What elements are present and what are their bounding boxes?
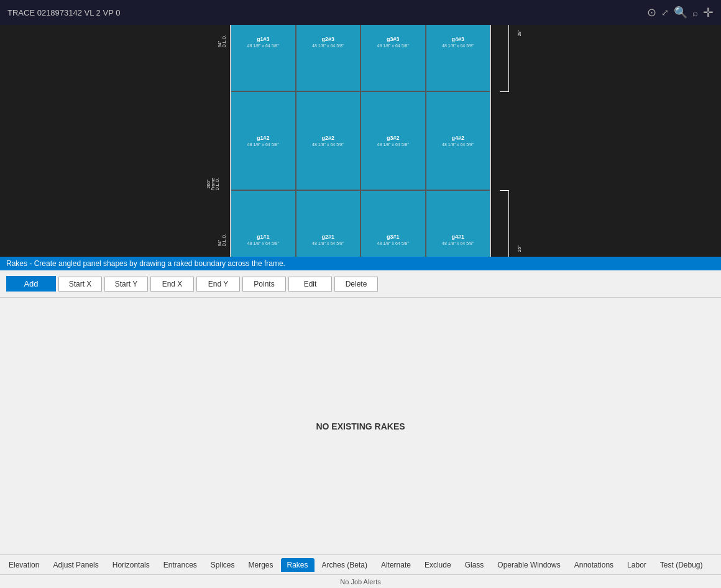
start-x-header: Start X <box>58 277 102 292</box>
right-bracket-bottom <box>500 190 509 257</box>
panel-g4-1[interactable]: g4#1 48 1/8" x 64 5/8" <box>426 190 491 257</box>
left-row-label-1: 64"D.L.O. <box>199 191 229 257</box>
canvas-area: TRACE 0218973142 VL 2 VP 0 ⊙ ⤢ 🔍 ⌕ ✛ 200… <box>0 0 721 257</box>
tab-adjust-panels[interactable]: Adjust Panels <box>47 558 104 572</box>
toolbar-area: Add Start X Start Y End X End Y Points E… <box>0 270 721 298</box>
drawing-container: 200" Frame 47 1/2"D.L.O. 47 1/2"D.L.O. 4… <box>0 25 721 257</box>
trace-title: TRACE 0218973142 VL 2 VP 0 <box>7 8 120 17</box>
panel-g1-1[interactable]: g1#1 48 1/8" x 64 5/8" <box>231 190 296 257</box>
drawing: 200" Frame 47 1/2"D.L.O. 47 1/2"D.L.O. 4… <box>199 0 522 257</box>
panel-g2-1[interactable]: g2#1 48 1/8" x 64 5/8" <box>296 190 361 257</box>
tab-elevation[interactable]: Elevation <box>2 558 45 572</box>
delete-header: Delete <box>334 277 378 292</box>
header-bar: TRACE 0218973142 VL 2 VP 0 ⊙ ⤢ 🔍 ⌕ ✛ <box>0 0 721 25</box>
tab-entrances[interactable]: Entrances <box>157 558 203 572</box>
tab-operable-windows[interactable]: Operable Windows <box>491 558 566 572</box>
tab-horizontals[interactable]: Horizontals <box>106 558 156 572</box>
start-y-header: Start Y <box>104 277 148 292</box>
header-icons: ⊙ ⤢ 🔍 ⌕ ✛ <box>647 5 714 20</box>
search-icon[interactable]: ⌕ <box>692 7 698 18</box>
status-bar: No Job Alerts <box>0 574 721 588</box>
info-bar-text: Rakes - Create angled panel shapes by dr… <box>6 259 285 268</box>
zoom-in-icon[interactable]: 🔍 <box>674 6 687 19</box>
edit-header: Edit <box>288 277 332 292</box>
tab-glass[interactable]: Glass <box>459 558 490 572</box>
tab-rakes[interactable]: Rakes <box>281 558 315 572</box>
no-rakes-text: NO EXISTING RAKES <box>316 421 405 431</box>
status-text: No Job Alerts <box>340 578 380 586</box>
panel-g3-2[interactable]: g3#2 48 1/8" x 64 5/8" <box>360 91 426 190</box>
tab-annotations[interactable]: Annotations <box>568 558 620 572</box>
left-side-labels: 64"D.L.O. 200"FrameD.L.O. 64"D.L.O. <box>199 0 229 257</box>
nav-tabs: Elevation Adjust Panels Horizontals Entr… <box>0 554 721 574</box>
panel-g4-2[interactable]: g4#2 48 1/8" x 64 5/8" <box>426 91 491 190</box>
no-rakes-area: NO EXISTING RAKES <box>0 298 721 554</box>
end-x-header: End X <box>150 277 194 292</box>
window-frame: g1#3 48 1/8" x 64 5/8" g2#3 48 1/8" x 64… <box>230 0 491 257</box>
pan-icon[interactable]: ✛ <box>703 5 714 20</box>
right-label-bottom: 26" <box>517 246 521 252</box>
tab-exclude[interactable]: Exclude <box>418 558 457 572</box>
end-y-header: End Y <box>196 277 240 292</box>
left-row-label-2: 200"FrameD.L.O. <box>199 91 229 191</box>
expand-icon[interactable]: ⤢ <box>661 7 669 17</box>
add-button[interactable]: Add <box>6 276 56 292</box>
panel-g2-2[interactable]: g2#2 48 1/8" x 64 5/8" <box>296 91 361 190</box>
measure-icon[interactable]: ⊙ <box>647 6 656 19</box>
points-header: Points <box>242 277 286 292</box>
tab-splices[interactable]: Splices <box>204 558 241 572</box>
tab-arches[interactable]: Arches (Beta) <box>316 558 374 572</box>
tab-test-debug[interactable]: Test (Debug) <box>654 558 709 572</box>
tab-alternate[interactable]: Alternate <box>375 558 417 572</box>
tab-labor[interactable]: Labor <box>621 558 653 572</box>
info-bar: Rakes - Create angled panel shapes by dr… <box>0 257 721 270</box>
panel-g1-2[interactable]: g1#2 48 1/8" x 64 5/8" <box>231 91 296 190</box>
right-label-top: 28" <box>517 30 521 36</box>
panel-g3-1[interactable]: g3#1 48 1/8" x 64 5/8" <box>360 190 426 257</box>
panel-grid: g1#3 48 1/8" x 64 5/8" g2#3 48 1/8" x 64… <box>231 0 490 257</box>
tab-merges[interactable]: Merges <box>242 558 280 572</box>
